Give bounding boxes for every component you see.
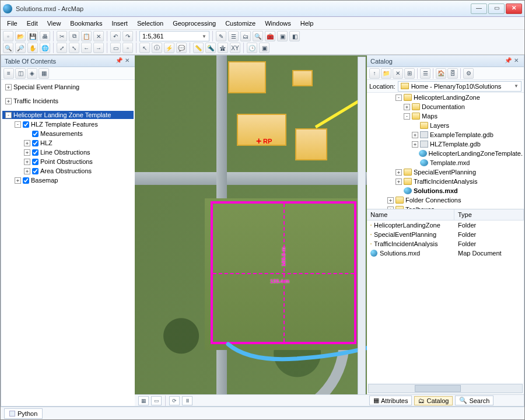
close-button[interactable]: ✕ <box>506 4 522 14</box>
layer-checkbox[interactable] <box>32 149 38 156</box>
toc-close-icon[interactable]: ✕ <box>123 57 131 65</box>
expander-icon[interactable]: + <box>396 169 402 176</box>
python-window-tab[interactable]: Python <box>4 408 43 419</box>
select-elements-button[interactable]: ↖ <box>139 43 150 53</box>
fixed-zoom-in-button[interactable]: ⤢ <box>57 43 67 53</box>
catalog-list-row[interactable]: HelicopterLandingZoneFolder <box>367 220 524 230</box>
fixed-zoom-out-button[interactable]: ⤡ <box>69 43 79 53</box>
catalog-list[interactable]: Name Type HelicopterLandingZoneFolderSpe… <box>367 209 524 383</box>
expander-icon[interactable]: + <box>24 168 30 174</box>
catalog-list-row[interactable]: Solutions.mxdMap Document <box>367 249 524 258</box>
select-features-button[interactable]: ▭ <box>110 43 121 53</box>
modelbuilder-button[interactable]: ◧ <box>289 31 300 41</box>
redo-button[interactable]: ↷ <box>123 31 133 41</box>
maximize-button[interactable]: ▭ <box>488 4 505 14</box>
expander-icon[interactable]: - <box>396 94 402 101</box>
toc-item[interactable]: +Basemap <box>2 176 134 184</box>
map-view[interactable]: 183.8 m 133.4 m RP ▦ ▭ ⟳ ⏸ <box>135 55 367 407</box>
expander-icon[interactable]: - <box>404 113 410 120</box>
refresh-button[interactable]: ⟳ <box>169 396 180 405</box>
catalog-close-icon[interactable]: ✕ <box>512 57 520 65</box>
tab-catalog[interactable]: 🗂Catalog <box>414 396 453 405</box>
catalog-tree-item[interactable]: +Toolboxes <box>367 205 524 209</box>
toc-item[interactable]: +HLZ <box>2 139 134 147</box>
catalog-list-row[interactable]: SpecialEventPlanningFolder <box>367 230 524 239</box>
layer-checkbox[interactable] <box>32 140 38 146</box>
data-view-tab[interactable]: ▦ <box>138 396 149 405</box>
expander-icon[interactable]: + <box>24 159 30 165</box>
zoom-out-button[interactable]: 🔎 <box>15 43 26 53</box>
full-extent-button[interactable]: 🌐 <box>40 43 50 53</box>
zoom-in-button[interactable]: 🔍 <box>3 43 13 53</box>
catalog-header[interactable]: Catalog 📌 ✕ <box>367 55 524 67</box>
catalog-tree-item[interactable]: Template.mxd <box>367 159 524 167</box>
menu-selection[interactable]: Selection <box>133 19 167 28</box>
layer-checkbox[interactable] <box>32 131 38 137</box>
layer-checkbox[interactable] <box>32 159 38 165</box>
expander-icon[interactable]: - <box>15 121 21 128</box>
prev-extent-button[interactable]: ← <box>81 43 92 53</box>
toc-item[interactable]: Measurements <box>2 130 134 138</box>
location-input[interactable]: Home - PlenaryTop10\Solutions ▼ <box>398 81 522 92</box>
map-vertical-scrollbar[interactable] <box>358 57 366 405</box>
menu-geoprocessing[interactable]: Geoprocessing <box>169 19 220 28</box>
expander-icon[interactable]: + <box>15 177 21 184</box>
print-button[interactable]: 🖶 <box>40 31 50 41</box>
expander-icon[interactable]: + <box>387 197 394 204</box>
catalog-tree-item[interactable]: Solutions.mxd <box>367 187 524 195</box>
catalog-tree-item[interactable]: +HLZTemplate.gdb <box>367 140 524 148</box>
expander-icon[interactable]: + <box>5 98 12 104</box>
list-header-type[interactable]: Type <box>454 209 524 220</box>
expander-icon[interactable]: + <box>412 141 418 148</box>
measure-button[interactable]: 📏 <box>193 43 204 53</box>
catalog-tree-item[interactable]: +Folder Connections <box>367 196 524 204</box>
toc-button[interactable]: ☰ <box>228 31 239 41</box>
save-button[interactable]: 💾 <box>27 31 38 41</box>
go-to-xy-button[interactable]: XY <box>230 43 240 53</box>
catalog-tree-item[interactable]: -HelicopterLandingZone <box>367 93 524 102</box>
delete-button[interactable]: ✕ <box>93 31 104 41</box>
toc-item[interactable]: +Area Obstructions <box>2 167 134 175</box>
options-button[interactable]: ⚙ <box>463 68 474 79</box>
expander-icon[interactable]: + <box>5 84 12 90</box>
expander-icon[interactable]: + <box>24 140 30 146</box>
search-button[interactable]: 🔍 <box>253 31 263 41</box>
hyperlink-button[interactable]: ⚡ <box>164 43 174 53</box>
catalog-tree-item[interactable]: +TrafficIncidentAnalysis <box>367 177 524 186</box>
catalog-tree-item[interactable]: +ExampleTemplate.gdb <box>367 131 524 139</box>
menu-help[interactable]: Help <box>296 19 318 28</box>
menu-windows[interactable]: Windows <box>261 19 295 28</box>
new-button[interactable]: ▫ <box>3 31 13 41</box>
create-viewer-button[interactable]: ▣ <box>259 43 270 53</box>
toc-item[interactable]: +Point Obstructions <box>2 158 134 166</box>
python-button[interactable]: ▣ <box>277 31 288 41</box>
toc-tree[interactable]: +Special Event Planning+Traffic Incident… <box>1 80 135 406</box>
up-button[interactable]: ↑ <box>369 68 380 79</box>
minimize-button[interactable]: — <box>471 4 487 14</box>
expander-icon[interactable]: + <box>396 178 402 185</box>
toc-item[interactable]: +Special Event Planning <box>2 83 134 91</box>
identify-button[interactable]: ⓘ <box>152 43 162 53</box>
expander-icon[interactable]: + <box>412 132 418 138</box>
toc-header[interactable]: Table Of Contents 📌 ✕ <box>1 55 135 67</box>
menu-edit[interactable]: Edit <box>23 19 42 28</box>
cut-button[interactable]: ✂ <box>57 31 67 41</box>
clear-selection-button[interactable]: ▫ <box>123 43 133 53</box>
toc-item[interactable]: -Helicopter Landing Zone Template <box>2 111 134 119</box>
toc-item[interactable]: +Traffic Incidents <box>2 97 134 105</box>
list-header-name[interactable]: Name <box>367 209 454 220</box>
disconnect-folder-button[interactable]: ✕ <box>393 68 403 79</box>
time-slider-button[interactable]: 🕒 <box>247 43 257 53</box>
pan-button[interactable]: ✋ <box>27 43 38 53</box>
toc-pin-icon[interactable]: 📌 <box>115 57 123 65</box>
layer-checkbox[interactable] <box>23 121 29 128</box>
list-by-selection-button[interactable]: ▦ <box>38 68 49 79</box>
copy-button[interactable]: ⧉ <box>69 31 79 41</box>
editor-toolbar-button[interactable]: ✎ <box>216 31 226 41</box>
find-button[interactable]: 🔦 <box>205 43 216 53</box>
menu-insert[interactable]: Insert <box>107 19 132 28</box>
expander-icon[interactable]: + <box>404 104 410 110</box>
connect-folder-button[interactable]: 📁 <box>381 68 391 79</box>
list-by-drawing-order-button[interactable]: ≡ <box>4 68 14 79</box>
list-by-visibility-button[interactable]: ◈ <box>27 68 37 79</box>
